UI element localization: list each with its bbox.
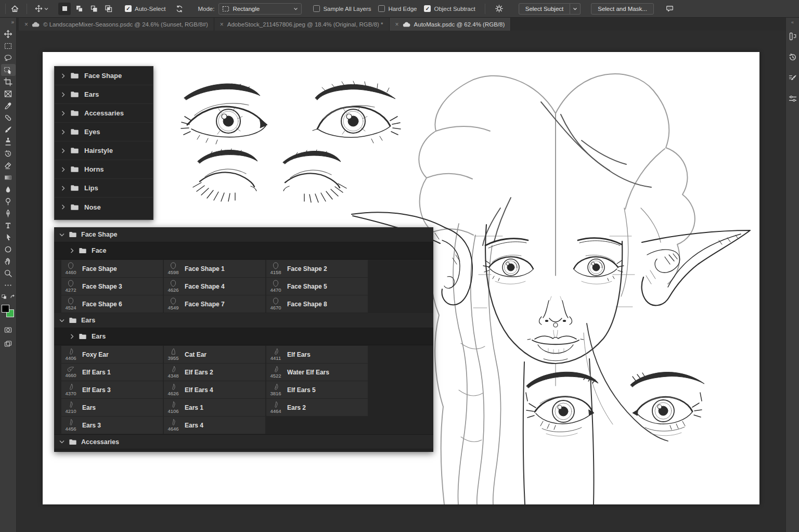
chevron-right-icon[interactable] bbox=[61, 129, 65, 135]
chevron-right-icon[interactable] bbox=[61, 111, 65, 116]
asset-cell[interactable]: 4348Elf Ears 2 bbox=[164, 364, 265, 381]
subfolder-row-face[interactable]: Face bbox=[54, 242, 433, 259]
healing-brush-tool[interactable] bbox=[1, 112, 16, 124]
asset-cell[interactable]: 4626Elf Ears 4 bbox=[164, 381, 265, 398]
close-icon[interactable]: × bbox=[24, 21, 28, 28]
current-tool-icon[interactable] bbox=[32, 2, 51, 16]
gear-icon[interactable] bbox=[493, 2, 506, 16]
comment-icon[interactable] bbox=[663, 2, 677, 16]
shape-tool[interactable] bbox=[1, 243, 16, 255]
selection-subtract-icon[interactable] bbox=[87, 3, 100, 15]
close-icon[interactable]: × bbox=[220, 21, 224, 28]
auto-select-checkbox[interactable]: ✓ Auto-Select bbox=[125, 5, 165, 12]
section-header-accessaries[interactable]: Accessaries bbox=[54, 434, 433, 449]
tab-automask[interactable]: × AutoMask.psdc @ 62.4% (RGB/8) bbox=[390, 18, 511, 31]
collapse-panels-chevron[interactable]: « bbox=[791, 20, 794, 25]
group-row-face-shape[interactable]: Face Shape bbox=[55, 67, 153, 85]
chevron-down-icon[interactable] bbox=[59, 319, 65, 322]
swap-colors-icon[interactable] bbox=[10, 294, 15, 299]
asset-cell[interactable]: 4210Ears bbox=[61, 399, 163, 416]
chevron-down-icon[interactable] bbox=[59, 233, 65, 237]
chevron-right-icon[interactable] bbox=[61, 92, 65, 97]
asset-cell[interactable]: 4158Face Shape 2 bbox=[266, 260, 368, 277]
select-subject-caret[interactable] bbox=[570, 3, 581, 15]
group-row-hairstyle[interactable]: Hairstyle bbox=[55, 141, 153, 160]
asset-cell[interactable]: 4670Face Shape 8 bbox=[266, 295, 368, 313]
group-row-nose[interactable]: Nose bbox=[55, 198, 153, 216]
section-header-face-shape[interactable]: Face Shape bbox=[54, 227, 433, 242]
asset-cell[interactable]: 4406Foxy Ear bbox=[61, 346, 163, 363]
path-selection-tool[interactable] bbox=[1, 231, 16, 243]
frame-tool[interactable] bbox=[1, 88, 16, 100]
chevron-right-icon[interactable] bbox=[61, 167, 65, 172]
brush-tool[interactable] bbox=[1, 124, 16, 136]
quick-mask-button[interactable] bbox=[1, 324, 16, 336]
adjustments-icon[interactable] bbox=[787, 93, 799, 105]
brush-settings-icon[interactable] bbox=[787, 72, 799, 84]
asset-cell[interactable]: 4598Face Shape 1 bbox=[164, 260, 265, 277]
expand-tools-chevron[interactable]: » bbox=[11, 19, 14, 25]
history-icon[interactable] bbox=[787, 51, 799, 63]
sample-all-layers-checkbox[interactable]: Sample All Layers bbox=[313, 5, 371, 12]
asset-cell[interactable]: 4370Elf Ears 3 bbox=[61, 381, 163, 398]
asset-cell[interactable]: 4522Water Elf Ears bbox=[266, 364, 368, 381]
versions-icon[interactable] bbox=[787, 30, 799, 43]
section-header-ears[interactable]: Ears bbox=[54, 313, 433, 328]
type-tool[interactable] bbox=[1, 219, 16, 231]
asset-cell[interactable]: 3816Elf Ears 5 bbox=[266, 381, 368, 398]
asset-cell[interactable]: 4272Face Shape 3 bbox=[61, 278, 163, 295]
blur-tool[interactable] bbox=[1, 184, 16, 196]
gradient-tool[interactable] bbox=[1, 172, 16, 184]
asset-cell[interactable]: 4549Face Shape 7 bbox=[164, 295, 265, 313]
chevron-down-icon[interactable] bbox=[59, 440, 65, 444]
zoom-tool[interactable] bbox=[1, 267, 16, 279]
asset-cell[interactable]: 4646Ears 4 bbox=[164, 417, 265, 434]
asset-cell[interactable]: 4524Face Shape 6 bbox=[61, 295, 163, 313]
pen-tool[interactable] bbox=[1, 207, 16, 219]
tab-landscapemixer[interactable]: × © LandscapeMixer-Seasons.psdc @ 24.6% … bbox=[19, 18, 214, 31]
sync-icon[interactable] bbox=[173, 2, 186, 16]
crop-tool[interactable] bbox=[1, 76, 16, 88]
clone-stamp-tool[interactable] bbox=[1, 136, 16, 148]
selection-new-icon[interactable] bbox=[58, 3, 71, 15]
move-tool[interactable] bbox=[1, 28, 16, 40]
group-row-horns[interactable]: Horns bbox=[55, 160, 153, 179]
mode-dropdown[interactable]: Rectangle bbox=[218, 3, 302, 15]
selection-intersect-icon[interactable] bbox=[102, 3, 114, 15]
close-icon[interactable]: × bbox=[395, 21, 399, 28]
hand-tool[interactable] bbox=[1, 255, 16, 267]
group-row-accessaries[interactable]: Accessaries bbox=[55, 104, 153, 123]
asset-cell[interactable]: 4660Elf Ears 1 bbox=[61, 364, 163, 381]
chevron-right-icon[interactable] bbox=[61, 148, 65, 153]
group-row-eyes[interactable]: Eyes bbox=[55, 123, 153, 141]
edit-toolbar-button[interactable] bbox=[1, 279, 16, 291]
asset-cell[interactable]: 4106Ears 1 bbox=[164, 399, 265, 416]
object-selection-tool[interactable] bbox=[1, 64, 16, 76]
eraser-tool[interactable] bbox=[1, 160, 16, 172]
asset-cell[interactable]: 4464Ears 2 bbox=[266, 399, 368, 416]
selection-add-icon[interactable] bbox=[73, 3, 85, 15]
asset-cell[interactable]: 4460Face Shape bbox=[61, 260, 163, 277]
chevron-right-icon[interactable] bbox=[61, 204, 65, 210]
asset-cell[interactable]: 4456Ears 3 bbox=[61, 417, 163, 434]
tab-adobestock[interactable]: × AdobeStock_211457806.jpeg @ 18.4% (Ori… bbox=[214, 18, 390, 31]
home-icon[interactable] bbox=[8, 2, 21, 16]
asset-cell[interactable]: 4626Face Shape 4 bbox=[164, 278, 265, 295]
foreground-color-swatch[interactable] bbox=[2, 305, 9, 313]
group-row-lips[interactable]: Lips bbox=[55, 179, 153, 198]
marquee-tool[interactable] bbox=[1, 40, 16, 52]
history-brush-tool[interactable] bbox=[1, 148, 16, 160]
chevron-right-icon[interactable] bbox=[70, 334, 74, 339]
asset-cell[interactable]: 4470Face Shape 5 bbox=[266, 278, 368, 295]
screen-mode-button[interactable] bbox=[1, 338, 16, 350]
lasso-tool[interactable] bbox=[1, 52, 16, 64]
group-row-ears[interactable]: Ears bbox=[55, 85, 153, 104]
select-and-mask-button[interactable]: Select and Mask... bbox=[591, 3, 654, 15]
select-subject-button[interactable]: Select Subject bbox=[519, 3, 571, 15]
object-subtract-checkbox[interactable]: ✓ Object Subtract bbox=[424, 5, 475, 12]
chevron-right-icon[interactable] bbox=[61, 73, 65, 79]
chevron-right-icon[interactable] bbox=[70, 248, 74, 253]
subfolder-row-ears[interactable]: Ears bbox=[54, 328, 433, 345]
dodge-tool[interactable] bbox=[1, 196, 16, 207]
asset-cell[interactable]: 4411Elf Ears bbox=[266, 346, 368, 363]
